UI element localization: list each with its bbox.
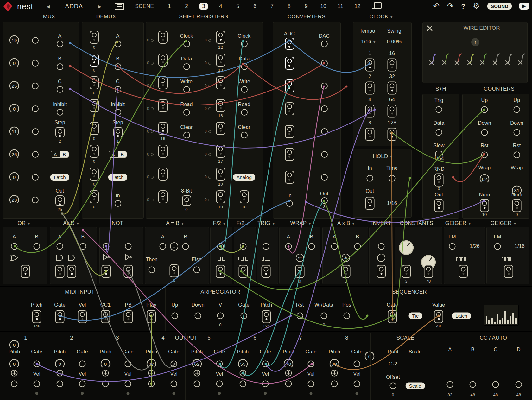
sr1-clear-port[interactable] xyxy=(183,132,190,138)
trig-title[interactable]: TRIG xyxy=(257,220,275,226)
scene-tab-5[interactable]: 5 xyxy=(234,3,242,10)
demux-out-slot-1[interactable] xyxy=(90,31,99,44)
sr2-cell-6[interactable] xyxy=(216,145,225,158)
scene-tab-9[interactable]: 9 xyxy=(302,3,310,10)
midi-vel-slot[interactable] xyxy=(78,310,87,323)
scale-offset-port[interactable] xyxy=(390,383,396,389)
mux-toggle-a[interactable]: A xyxy=(51,151,60,157)
scene-tab-6[interactable]: 6 xyxy=(251,3,259,10)
vel-port[interactable] xyxy=(216,381,223,387)
cc-a-port[interactable] xyxy=(447,381,453,388)
arp-down-port[interactable] xyxy=(195,313,201,319)
vel-port[interactable] xyxy=(79,381,86,387)
and-b-port[interactable] xyxy=(80,243,86,250)
or-out-slot[interactable] xyxy=(21,265,30,278)
pitch-knob[interactable]: 0 xyxy=(9,358,20,370)
demux-toggle-b[interactable]: B xyxy=(118,151,127,157)
pitch-mod-port[interactable] xyxy=(102,370,109,377)
counter2-up-port[interactable] xyxy=(514,106,520,113)
arp-pitch-slot[interactable] xyxy=(262,310,271,323)
help-icon[interactable]: ? xyxy=(461,3,465,10)
demux-step-slot[interactable] xyxy=(113,127,123,137)
wire-editor-wire-icon[interactable] xyxy=(504,53,514,66)
aeb-title[interactable]: A = B xyxy=(166,220,183,226)
counter1-wrap-knob[interactable]: 62 xyxy=(479,173,490,185)
mux-cv-port-6[interactable] xyxy=(32,151,39,158)
sr2-analog-slot[interactable] xyxy=(240,190,249,203)
demux-out-slot-3[interactable] xyxy=(90,76,99,89)
clock-div-4-slot[interactable] xyxy=(365,105,375,118)
aeb-else-port[interactable] xyxy=(193,267,200,273)
wire-editor-wire-icon[interactable] xyxy=(479,53,489,66)
geiger1-out-slot[interactable] xyxy=(459,265,468,278)
counter1-num-slot[interactable] xyxy=(480,199,489,212)
gate-port[interactable] xyxy=(34,361,40,367)
pitch-mod-port[interactable] xyxy=(331,370,338,377)
constant1-knob[interactable] xyxy=(399,240,414,255)
pitch-knob[interactable]: 57 xyxy=(146,358,157,370)
duplicate-scene-icon[interactable] xyxy=(372,4,378,9)
sr2-data-port[interactable] xyxy=(241,63,248,70)
not2-out-slot[interactable] xyxy=(124,265,133,278)
or-b-port[interactable] xyxy=(34,243,40,250)
cc-c-port[interactable] xyxy=(492,381,499,388)
f2a-title[interactable]: F/2 xyxy=(213,220,225,226)
or-a-port[interactable] xyxy=(11,243,18,250)
mux-knob-2[interactable]: 0 xyxy=(9,57,20,69)
counter2-num-slot[interactable] xyxy=(512,199,522,212)
sr2-cell-7[interactable] xyxy=(216,168,225,181)
seq-pos-port[interactable] xyxy=(344,313,350,319)
wrap-out-slot[interactable] xyxy=(295,265,305,278)
seq-latch-button[interactable]: Latch xyxy=(452,313,471,319)
sr2-clock-port[interactable] xyxy=(241,41,248,47)
sr1-cell-7[interactable] xyxy=(158,168,168,181)
arp-v-port[interactable] xyxy=(217,313,224,319)
sr2-cell-1[interactable] xyxy=(216,31,225,44)
seq-value-slot[interactable] xyxy=(434,310,443,323)
redo-icon[interactable]: ↷ xyxy=(447,2,453,10)
pitch-mod-port[interactable] xyxy=(194,370,200,377)
seq-wrdata-port[interactable] xyxy=(321,313,327,319)
sr1-cell-5[interactable] xyxy=(158,122,168,135)
sr1-cell-2[interactable] xyxy=(158,54,168,67)
clock-div-64-slot[interactable] xyxy=(388,105,397,118)
undo-icon[interactable]: ↶ xyxy=(433,2,440,10)
pitch-knob[interactable]: 70 xyxy=(329,358,340,370)
mux-knob-7[interactable]: 0 xyxy=(9,171,20,183)
f2a-in-port[interactable] xyxy=(217,243,224,250)
sr1-cell-1[interactable] xyxy=(158,31,168,44)
geiger1-rate-value[interactable]: 1/26 xyxy=(470,244,480,249)
wrap-b-port[interactable] xyxy=(308,243,315,250)
hold-title[interactable]: HOLD xyxy=(373,153,392,160)
pitch-mod-port[interactable] xyxy=(11,370,18,377)
vel-port[interactable] xyxy=(171,381,177,387)
sh-rnd-slot[interactable] xyxy=(434,174,444,187)
info-icon[interactable]: i xyxy=(471,38,479,46)
sh-slew-value[interactable]: 1/64 xyxy=(434,156,444,162)
f2b-out-slot[interactable] xyxy=(239,265,248,278)
demux-latch-button[interactable]: Latch xyxy=(108,174,127,181)
axb-a-port[interactable] xyxy=(331,243,338,250)
cc-d-port[interactable] xyxy=(516,381,522,388)
and-out-slot-1[interactable] xyxy=(55,265,65,278)
counter1-up-port[interactable] xyxy=(481,106,488,113)
pitch-cv-port[interactable] xyxy=(11,381,18,387)
gate-port[interactable] xyxy=(354,361,360,367)
hold-out-slot[interactable] xyxy=(365,197,375,210)
hold-time-value[interactable]: 1/16 xyxy=(387,200,397,206)
geiger1-title[interactable]: GEIGER xyxy=(445,220,471,226)
mux-cv-port-8[interactable] xyxy=(32,197,39,203)
geiger2-fm-port[interactable] xyxy=(494,243,501,250)
mux-a-port[interactable] xyxy=(57,41,63,47)
scale-root-value[interactable]: C-2 xyxy=(389,361,397,367)
wrap-a-port[interactable] xyxy=(285,243,292,250)
dac-out-port[interactable] xyxy=(321,197,328,204)
wire-editor-wire-icon[interactable] xyxy=(454,53,463,66)
scene-tab-11[interactable]: 11 xyxy=(336,3,345,10)
pitch-cv-port[interactable] xyxy=(331,381,338,387)
demux-c-port[interactable] xyxy=(115,86,121,93)
gate-port[interactable] xyxy=(125,361,131,367)
sr2-cell-3[interactable] xyxy=(216,76,225,89)
mux-toggle-b[interactable]: B xyxy=(60,151,69,157)
constant1-slot[interactable] xyxy=(402,265,411,278)
